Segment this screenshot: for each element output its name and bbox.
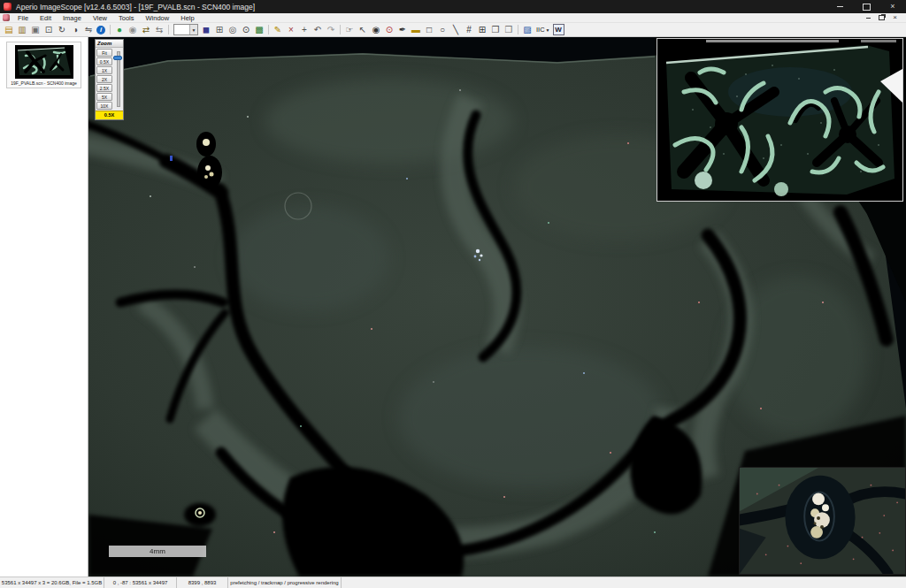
mdi-close-icon: ×: [893, 14, 897, 21]
rect-tool-icon[interactable]: □: [423, 24, 435, 35]
scale-bar-label: 4mm: [150, 547, 165, 555]
close-button[interactable]: ×: [879, 0, 906, 13]
zoom-preset-button[interactable]: 2X: [96, 75, 112, 83]
toolbar-separator: [110, 25, 111, 34]
image-info-icon[interactable]: i: [96, 26, 105, 34]
menu-view[interactable]: View: [88, 14, 112, 22]
zoom-slider-thumb[interactable]: [113, 56, 122, 60]
chevron-down-icon[interactable]: ▼: [189, 25, 197, 34]
rotate-image-icon[interactable]: ↻: [56, 24, 68, 35]
paste-annotation-icon[interactable]: ❒: [503, 24, 515, 35]
overview-map-window[interactable]: [656, 38, 903, 202]
menu-bar: File Edit Image View Tools Window Help ×: [0, 13, 906, 23]
redo-icon[interactable]: ↷: [325, 24, 337, 35]
counter-tool-icon[interactable]: ⊞: [476, 24, 488, 35]
grid-tool-icon[interactable]: #: [463, 24, 475, 35]
magnifier-window[interactable]: [739, 467, 906, 575]
mdi-restore-icon: [879, 15, 885, 20]
zoom-combobox[interactable]: ▼: [173, 24, 198, 35]
magnifier-icon[interactable]: ⊙: [240, 24, 252, 35]
webscope-icon[interactable]: W: [553, 24, 564, 35]
zoom-preset-button[interactable]: 0.5X: [96, 57, 112, 65]
find-view-icon[interactable]: ◎: [226, 24, 239, 35]
one-to-one-icon[interactable]: ◼: [200, 24, 212, 35]
move-annotation-icon[interactable]: +: [298, 24, 311, 35]
send-image-icon[interactable]: ⇄: [140, 24, 152, 35]
slide-viewport[interactable]: Zoom Fit0.5X1X2X2.5X5X10X 0.5X: [88, 37, 906, 577]
toolbar-separator: [518, 25, 518, 34]
line-tool-icon[interactable]: ╲: [449, 24, 462, 35]
maximize-icon: [863, 4, 871, 11]
current-zoom-value: 0.5X: [96, 111, 123, 119]
menu-window[interactable]: Window: [141, 14, 175, 22]
minimize-button[interactable]: [826, 0, 853, 13]
undo-icon[interactable]: ↶: [311, 24, 324, 35]
image-adjustments-icon[interactable]: ◑: [69, 24, 81, 35]
close-image-icon[interactable]: ▣: [29, 24, 42, 35]
snapshot-camera-icon[interactable]: ◉: [370, 24, 382, 35]
menu-image[interactable]: Image: [58, 14, 87, 22]
ellipse-tool-icon[interactable]: ○: [436, 24, 449, 35]
zoom-panel-title: Zoom: [96, 40, 123, 48]
select-arrow-icon[interactable]: ↖: [357, 24, 369, 35]
scale-bar: 4mm: [109, 546, 206, 557]
slide-thumbnail-caption: 19F_PVALB.scn - SCN400 image: [9, 80, 79, 86]
mdi-minimize-button[interactable]: [863, 14, 874, 22]
toolbar: ▤▥▣⊡↻◑⇋ i ●◉⇄⇆ ▼ ◼⊞◎⊙▩ ✎×+↶↷ ☞↖◉⊙✒▬□○╲#⊞…: [0, 23, 906, 37]
pin-tool-icon[interactable]: ⊙: [383, 24, 395, 35]
flip-image-icon[interactable]: ⇋: [82, 24, 95, 35]
zoom-preset-button[interactable]: 10X: [96, 102, 112, 110]
extract-region-icon[interactable]: ⊡: [42, 24, 55, 35]
start-scope-icon[interactable]: ●: [113, 24, 126, 35]
app-logo-icon: [4, 3, 12, 11]
slide-thumbnail-item[interactable]: 19F_PVALB.scn - SCN400 image: [6, 42, 81, 88]
pen-tool-icon[interactable]: ✒: [396, 24, 409, 35]
mdi-minimize-icon: [866, 18, 871, 19]
menu-file[interactable]: File: [12, 14, 34, 22]
receive-image-icon[interactable]: ⇆: [153, 24, 165, 35]
chevron-down-icon: ▼: [546, 27, 550, 33]
zoom-preset-button[interactable]: 5X: [96, 93, 112, 101]
status-cursor-coords: 8399 , 8893: [177, 577, 228, 588]
status-render-mode: prefetching / trackmap / progressive ren…: [228, 577, 342, 588]
window-title: Aperio ImageScope [v12.4.6.5003] - [19F_…: [16, 3, 255, 11]
status-view-coords: 0 , -87 : 53561 x 34497: [104, 577, 177, 588]
menu-tools[interactable]: Tools: [113, 14, 140, 22]
zoom-panel: Zoom Fit0.5X1X2X2.5X5X10X 0.5X: [95, 39, 124, 120]
status-bar: 53561 x 34497 x 3 = 20.6GB, File = 1.5GB…: [0, 577, 906, 588]
mdi-close-button[interactable]: ×: [889, 14, 901, 22]
menu-help[interactable]: Help: [175, 14, 199, 22]
title-bar: Aperio ImageScope [v12.4.6.5003] - [19F_…: [0, 0, 906, 13]
pan-hand-icon[interactable]: ☞: [343, 24, 356, 35]
iic-dropdown[interactable]: IIC ▼: [534, 26, 553, 34]
zoom-preset-button[interactable]: 1X: [96, 66, 112, 74]
minimize-icon: [837, 6, 843, 7]
copy-annotation-icon[interactable]: ❐: [489, 24, 502, 35]
maximize-button[interactable]: [853, 0, 879, 13]
status-spare: [342, 577, 906, 588]
toolbar-separator: [340, 25, 341, 34]
trackmap-icon[interactable]: ▩: [253, 24, 265, 35]
zoom-preset-button[interactable]: 2.5X: [96, 84, 112, 92]
toolbar-separator: [268, 25, 269, 34]
filmstrip-sidebar: 19F_PVALB.scn - SCN400 image: [0, 37, 88, 577]
mdi-restore-button[interactable]: [876, 14, 887, 22]
stop-scope-icon[interactable]: ◉: [127, 24, 139, 35]
ruler-tool-icon[interactable]: ▬: [410, 24, 422, 35]
zoom-preset-button[interactable]: Fit: [96, 49, 112, 57]
open-image-icon[interactable]: ▤: [3, 24, 15, 35]
slide-thumbnail-image[interactable]: [15, 45, 73, 79]
analysis-filter-icon[interactable]: ▨: [521, 24, 534, 35]
status-image-size: 53561 x 34497 x 3 = 20.6GB, File = 1.5GB: [0, 577, 104, 588]
delete-annotation-icon[interactable]: ×: [285, 24, 297, 35]
menu-edit[interactable]: Edit: [35, 14, 57, 22]
edit-annotations-icon[interactable]: ✎: [272, 24, 284, 35]
iic-label: IIC: [536, 26, 545, 34]
close-icon: ×: [890, 3, 894, 11]
zoom-slider[interactable]: [113, 50, 122, 109]
document-logo-icon: [3, 14, 10, 21]
open-remote-icon[interactable]: ▥: [16, 24, 28, 35]
toolbar-separator: [168, 25, 169, 34]
fit-window-icon[interactable]: ⊞: [213, 24, 226, 35]
